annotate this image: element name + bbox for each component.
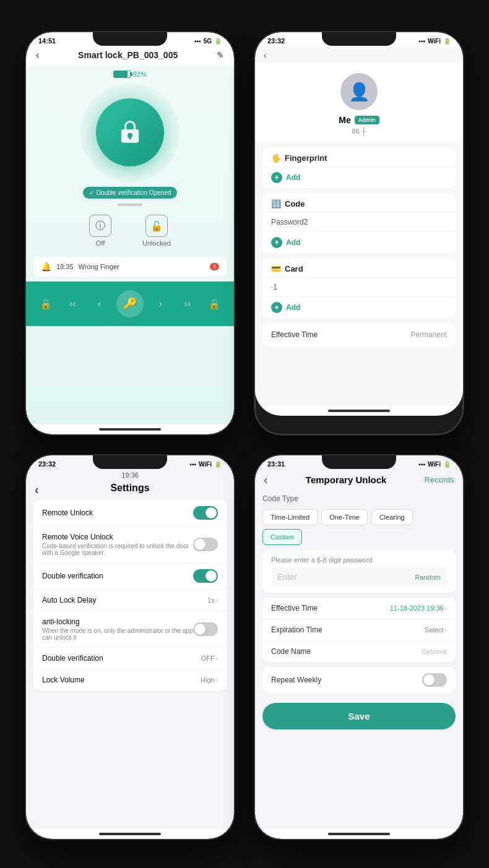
edit-icon[interactable]: ✎ — [217, 50, 224, 60]
unlocked-label: Unlocked — [142, 239, 171, 247]
effective-time-label: Effective Time — [271, 330, 318, 339]
time-limited-btn[interactable]: Time-Limited — [262, 509, 318, 525]
wifi-icon: WiFi — [428, 38, 441, 45]
battery-icon: 🔋 — [214, 38, 222, 45]
phone2-inner: 23:32 ▪▪▪ WiFi 🔋 ‹ 👤 Me Admin — [255, 32, 463, 416]
auto-lock-chevron: › — [216, 597, 218, 604]
anti-locking-left: anti-locking When the mode is on, only t… — [42, 617, 193, 641]
fingerprint-add-label: Add — [286, 173, 300, 182]
phone2: 23:32 ▪▪▪ WiFi 🔋 ‹ 👤 Me Admin — [254, 31, 464, 436]
card-header: 💳 Card — [262, 258, 456, 278]
phone3-inner: 23:32 ▪▪▪ WiFi 🔋 19:36 ‹ Settings — [26, 455, 234, 839]
arrow-right-icon[interactable]: › — [150, 294, 170, 314]
notif-text: Wrong Finger — [79, 263, 119, 270]
code-add-row[interactable]: + Add — [262, 232, 456, 253]
code-type-options: Time-Limited One-Time Clearing Custom — [262, 509, 456, 545]
phone3-time: 23:32 — [38, 460, 56, 468]
battery3-icon: 🔋 — [214, 461, 222, 468]
settings-title: Settings — [110, 483, 149, 493]
expiration-time-value: Select › — [425, 626, 447, 634]
remote-unlock-row: Remote Unlock — [33, 500, 227, 526]
home-indicator-4 — [328, 833, 390, 835]
lock-circle-inner[interactable] — [96, 98, 164, 166]
user-name: Me — [339, 115, 350, 125]
expiration-time-form-row[interactable]: Expiration Time Select › — [262, 619, 456, 641]
verification-badge: ✓ Double verification Opened — [83, 187, 178, 199]
one-time-btn[interactable]: One-Time — [321, 509, 368, 525]
anti-locking-title: anti-locking — [42, 617, 193, 626]
arrow-right2-icon[interactable]: ›› — [178, 294, 197, 314]
key-center-button[interactable]: 🔑 — [116, 290, 144, 317]
auto-lock-row[interactable]: Auto Lock Delay 1s › — [33, 590, 227, 611]
admin-badge: Admin — [355, 116, 379, 124]
battery2-icon: 🔋 — [443, 38, 451, 45]
code-add-icon: + — [271, 237, 282, 248]
phone1-header: ‹ Smart lock_PB_003_005 ✎ — [26, 47, 234, 66]
notification-count: 2 — [210, 263, 219, 270]
code-icon: 🔢 — [271, 199, 281, 208]
lock-right-icon[interactable]: 🔒 — [204, 294, 224, 314]
password-placeholder[interactable]: Enter — [277, 572, 296, 582]
phone2-status-icons: ▪▪▪ WiFi 🔋 — [418, 38, 451, 45]
double-verify-toggle[interactable] — [193, 569, 218, 583]
password-input-row: Enter Random — [271, 567, 447, 587]
repeat-weekly-toggle[interactable] — [422, 673, 447, 687]
random-button[interactable]: Random — [415, 574, 441, 581]
user-stats: 86 ├ — [352, 127, 366, 135]
effective-time-form-value-text: 11-18-2023 19:36 — [390, 604, 444, 612]
battery4-icon: 🔋 — [443, 461, 451, 468]
fingerprint-section: 🖐 Fingerprint + Add — [262, 147, 456, 188]
home-indicator-2 — [328, 410, 390, 412]
network-icon: 5G — [204, 38, 212, 45]
fingerprint-add-row[interactable]: + Add — [262, 167, 456, 188]
anti-locking-toggle[interactable] — [193, 622, 218, 636]
code-header: 🔢 Code — [262, 193, 456, 213]
anti-locking-sub: When the mode is on, only the administra… — [42, 627, 193, 641]
code-add-label: Add — [286, 238, 300, 247]
off-icon: ⓘ — [89, 215, 111, 237]
custom-btn[interactable]: Custom — [262, 529, 302, 545]
phone1-bottom: 🔒 ‹‹ ‹ 🔑 › ›› 🔒 — [26, 281, 234, 326]
tu-records[interactable]: Records — [425, 475, 454, 484]
save-button[interactable]: Save — [262, 703, 456, 729]
card-item: ·1 — [262, 278, 456, 297]
wifi4-icon: WiFi — [428, 461, 441, 468]
effective-time-form-row[interactable]: Effective Time 11-18-2023 19:36 › — [262, 598, 456, 619]
effective-time-row: Effective Time Permanent — [262, 323, 456, 346]
repeat-weekly-label: Repeat Weekly — [271, 676, 321, 684]
lock-left-icon[interactable]: 🔒 — [36, 294, 56, 314]
handle-bar — [118, 204, 142, 206]
phone1-status-icons: ▪▪▪ 5G 🔋 — [194, 38, 222, 45]
card-add-row[interactable]: + Add — [262, 297, 456, 318]
remote-voice-toggle[interactable] — [193, 538, 218, 551]
double-verify-title: Double verification — [42, 572, 193, 580]
phone2-back[interactable]: ‹ — [264, 50, 267, 60]
double-verify2-left: Double verification — [42, 654, 201, 663]
code-name-form-row[interactable]: Code Name Optional — [262, 641, 456, 662]
phone3-notch — [93, 455, 167, 469]
fingerprint-header: 🖐 Fingerprint — [262, 147, 456, 167]
off-action[interactable]: ⓘ Off — [89, 215, 111, 247]
unlocked-action[interactable]: 🔓 Unlocked — [142, 215, 171, 247]
fingerprint-icon: 🖐 — [271, 153, 281, 163]
tu-back[interactable]: ‹ — [264, 473, 268, 487]
phone1-title: Smart lock_PB_003_005 — [39, 50, 217, 60]
arrow-left2-icon[interactable]: ‹ — [90, 294, 110, 314]
avatar-section: 👤 Me Admin 86 ├ — [255, 63, 463, 142]
remote-unlock-toggle[interactable] — [193, 506, 218, 520]
lock-volume-value: High › — [201, 676, 218, 684]
lock-volume-row[interactable]: Lock Volume High › — [33, 669, 227, 690]
phone1-inner: 14:51 ▪▪▪ 5G 🔋 ‹ Smart lock_PB_003_005 ✎ — [26, 32, 234, 434]
home-indicator-3 — [99, 833, 161, 835]
avatar: 👤 — [340, 73, 378, 110]
phone1-actions: ⓘ Off 🔓 Unlocked — [26, 210, 234, 252]
settings-back[interactable]: ‹ — [35, 483, 39, 497]
card-add-label: Add — [286, 303, 300, 312]
clearing-btn[interactable]: Clearing — [371, 509, 413, 525]
phone3: 23:32 ▪▪▪ WiFi 🔋 19:36 ‹ Settings — [25, 454, 235, 840]
verification-text: Double verification Opened — [97, 189, 171, 196]
double-verify2-row[interactable]: Double verification OFF › — [33, 648, 227, 669]
phone4-notch — [322, 455, 396, 469]
phone3-status-icons: ▪▪▪ WiFi 🔋 — [189, 461, 222, 468]
arrow-left-icon[interactable]: ‹‹ — [63, 294, 82, 314]
